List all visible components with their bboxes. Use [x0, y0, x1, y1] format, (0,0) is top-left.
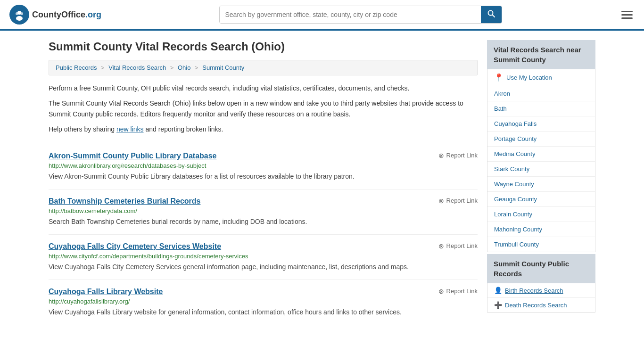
report-label-3: Report Link — [446, 288, 478, 295]
sidebar-nearby-link-1[interactable]: Bath — [494, 105, 507, 112]
report-icon-0: ⊗ — [438, 152, 444, 159]
menu-button[interactable] — [619, 9, 635, 21]
search-input[interactable] — [220, 6, 481, 23]
header: CountyOffice.org — [0, 0, 644, 31]
record-title-2[interactable]: Cuyahoga Falls City Cemetery Services We… — [49, 242, 221, 251]
breadcrumb-summit-county[interactable]: Summit County — [202, 64, 244, 71]
sidebar-public-records-body: 👤 Birth Records Search ➕ Death Records S… — [487, 283, 595, 313]
record-item-icon-0: 👤 — [494, 287, 502, 294]
record-item: Cuyahoga Falls Library Website ⊗ Report … — [49, 280, 478, 325]
use-my-location-link[interactable]: Use My Location — [506, 74, 552, 81]
record-url-1: http://batbow.cemeterydata.com/ — [49, 207, 478, 214]
svg-line-6 — [492, 15, 495, 17]
record-item-header: Akron-Summit County Public Library Datab… — [49, 152, 478, 160]
content-area: Summit County Vital Records Search (Ohio… — [49, 40, 478, 325]
record-url-2: http://www.cityofcf.com/departments/buil… — [49, 253, 478, 260]
sidebar-record-item-0[interactable]: 👤 Birth Records Search — [487, 283, 595, 298]
records-list: Akron-Summit County Public Library Datab… — [49, 144, 478, 325]
sidebar-nearby-link-7[interactable]: Geauga County — [494, 196, 537, 203]
report-label-0: Report Link — [446, 152, 478, 159]
sidebar-nearby-link-2[interactable]: Cuyahoga Falls — [494, 120, 537, 127]
sidebar-nearby-items: AkronBathCuyahoga FallsPortage CountyMed… — [487, 86, 595, 252]
record-item: Cuyahoga Falls City Cemetery Services We… — [49, 235, 478, 280]
sidebar: Vital Records Search near Summit County … — [487, 40, 595, 325]
sidebar-nearby-item-4[interactable]: Medina County — [487, 147, 595, 162]
svg-point-3 — [16, 12, 18, 15]
logo-text: CountyOffice.org — [32, 10, 101, 20]
record-item-header: Bath Township Cemeteries Burial Records … — [49, 197, 478, 206]
desc-paragraph-2: The Summit County Vital Records Search (… — [49, 98, 478, 119]
record-desc-2: View Cuyahoga Falls City Cemetery Servic… — [49, 262, 478, 272]
sidebar-nearby-item-2[interactable]: Cuyahoga Falls — [487, 116, 595, 132]
description: Perform a free Summit County, OH public … — [49, 83, 478, 135]
sidebar-nearby-item-7[interactable]: Geauga County — [487, 192, 595, 207]
sidebar-use-my-location[interactable]: 📍 Use My Location — [487, 69, 595, 86]
menu-bar-3 — [621, 17, 633, 19]
search-button[interactable] — [481, 6, 502, 23]
sidebar-nearby-link-10[interactable]: Trumbull County — [494, 241, 539, 248]
record-title-1[interactable]: Bath Township Cemeteries Burial Records — [49, 197, 200, 206]
sidebar-section-public-records: Summit County Public Records 👤 Birth Rec… — [487, 254, 595, 313]
breadcrumb-sep-2: > — [170, 64, 174, 71]
sidebar-nearby-item-1[interactable]: Bath — [487, 101, 595, 116]
report-icon-1: ⊗ — [438, 197, 444, 205]
sidebar-nearby-item-6[interactable]: Wayne County — [487, 177, 595, 192]
desc-paragraph-3: Help others by sharing new links and rep… — [49, 124, 478, 134]
sidebar-nearby-link-4[interactable]: Medina County — [494, 150, 535, 157]
record-desc-3: View Cuyahoga Falls Library website for … — [49, 307, 478, 317]
breadcrumb: Public Records > Vital Records Search > … — [49, 60, 478, 75]
sidebar-public-records-title: Summit County Public Records — [487, 254, 595, 283]
record-url-0: http://www.akronlibrary.org/research/dat… — [49, 162, 478, 169]
sidebar-records-items: 👤 Birth Records Search ➕ Death Records S… — [487, 283, 595, 312]
record-item-link-0[interactable]: Birth Records Search — [505, 287, 563, 294]
breadcrumb-public-records[interactable]: Public Records — [56, 64, 97, 71]
search-wrapper — [219, 6, 502, 24]
main-layout: Summit County Vital Records Search (Ohio… — [39, 31, 605, 335]
page-title: Summit County Vital Records Search (Ohio… — [49, 40, 478, 53]
sidebar-nearby-link-6[interactable]: Wayne County — [494, 181, 534, 188]
report-link-2[interactable]: ⊗ Report Link — [438, 242, 478, 250]
svg-point-2 — [16, 16, 23, 21]
report-icon-2: ⊗ — [438, 242, 444, 250]
report-label-2: Report Link — [446, 242, 478, 249]
record-item-header: Cuyahoga Falls City Cemetery Services We… — [49, 242, 478, 251]
new-links-link[interactable]: new links — [116, 125, 144, 133]
record-desc-0: View Akron-Summit County Public Library … — [49, 172, 478, 181]
logo-area[interactable]: CountyOffice.org — [9, 5, 101, 25]
menu-bar-1 — [621, 11, 633, 12]
desc-3-post: and reporting broken links. — [144, 125, 223, 133]
breadcrumb-sep-3: > — [195, 64, 198, 71]
record-item-icon-1: ➕ — [494, 301, 502, 309]
sidebar-nearby-item-9[interactable]: Mahoning County — [487, 222, 595, 237]
report-link-3[interactable]: ⊗ Report Link — [438, 288, 478, 295]
sidebar-record-item-1[interactable]: ➕ Death Records Search — [487, 298, 595, 312]
sidebar-nearby-link-9[interactable]: Mahoning County — [494, 226, 542, 233]
sidebar-nearby-item-8[interactable]: Lorain County — [487, 207, 595, 222]
sidebar-nearby-link-0[interactable]: Akron — [494, 90, 510, 97]
sidebar-nearby-item-3[interactable]: Portage County — [487, 132, 595, 147]
record-item-link-1[interactable]: Death Records Search — [505, 302, 567, 309]
breadcrumb-sep-1: > — [101, 64, 105, 71]
sidebar-nearby-title: Vital Records Search near Summit County — [487, 40, 595, 69]
desc-3-pre: Help others by sharing — [49, 125, 116, 133]
record-title-0[interactable]: Akron-Summit County Public Library Datab… — [49, 152, 217, 160]
sidebar-nearby-item-5[interactable]: Stark County — [487, 162, 595, 177]
sidebar-section-nearby: Vital Records Search near Summit County … — [487, 40, 595, 252]
search-area — [219, 6, 502, 24]
sidebar-nearby-link-5[interactable]: Stark County — [494, 165, 529, 173]
report-icon-3: ⊗ — [438, 288, 444, 295]
logo-org: .org — [85, 10, 101, 19]
record-item: Bath Township Cemeteries Burial Records … — [49, 189, 478, 235]
logo-icon — [9, 5, 29, 25]
report-link-1[interactable]: ⊗ Report Link — [438, 197, 478, 205]
sidebar-nearby-link-3[interactable]: Portage County — [494, 135, 537, 142]
sidebar-nearby-item-10[interactable]: Trumbull County — [487, 237, 595, 252]
report-link-0[interactable]: ⊗ Report Link — [438, 152, 478, 159]
record-title-3[interactable]: Cuyahoga Falls Library Website — [49, 288, 163, 296]
record-item-header: Cuyahoga Falls Library Website ⊗ Report … — [49, 288, 478, 296]
report-label-1: Report Link — [446, 197, 478, 204]
breadcrumb-ohio[interactable]: Ohio — [178, 64, 190, 71]
breadcrumb-vital-records[interactable]: Vital Records Search — [108, 64, 166, 71]
sidebar-nearby-item-0[interactable]: Akron — [487, 86, 595, 101]
sidebar-nearby-link-8[interactable]: Lorain County — [494, 211, 532, 218]
